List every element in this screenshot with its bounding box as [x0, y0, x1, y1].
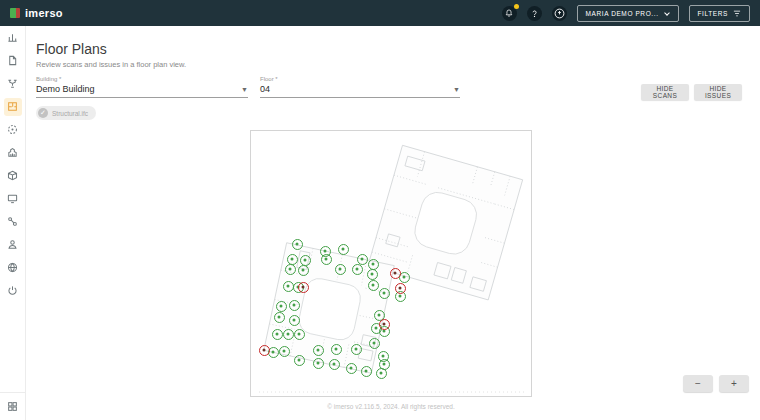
scan-marker[interactable] [313, 345, 324, 356]
filter-icon [733, 10, 741, 17]
scan-marker[interactable] [283, 329, 294, 340]
scan-marker[interactable] [376, 368, 387, 379]
caret-down-icon: ▼ [453, 86, 460, 93]
scan-marker[interactable] [272, 329, 283, 340]
scan-marker[interactable] [298, 265, 309, 276]
building-select-value: Demo Building [36, 84, 95, 94]
imerso-logo[interactable]: imerso [10, 7, 63, 19]
imerso-logo-icon [10, 8, 20, 18]
check-circle-icon: ✓ [38, 108, 48, 118]
scan-marker[interactable] [369, 338, 380, 349]
issue-marker[interactable] [379, 319, 390, 330]
scan-marker[interactable] [357, 254, 368, 265]
floor-select-value: 04 [260, 84, 270, 94]
scan-marker[interactable] [346, 363, 357, 374]
scan-marker[interactable] [331, 344, 342, 355]
filters-button[interactable]: FILTERS [689, 5, 750, 22]
zoom-in-button[interactable]: + [719, 375, 749, 392]
floor-select[interactable]: Floor * 04 ▼ [260, 76, 460, 98]
scan-marker[interactable] [329, 359, 340, 370]
scan-marker[interactable] [351, 344, 362, 355]
user-icon [7, 239, 18, 250]
scan-marker[interactable] [294, 329, 305, 340]
scan-marker[interactable] [368, 259, 379, 270]
zoom-out-button[interactable]: − [683, 375, 713, 392]
floor-plan-canvas[interactable] [250, 130, 532, 397]
scan-360-icon [7, 124, 18, 135]
scan-marker[interactable] [368, 280, 379, 291]
model-chip-label: Structural.ifc [52, 110, 88, 117]
scan-marker[interactable] [283, 281, 294, 292]
floor-plans-page: imerso MARIA DEMO PRO... FILTERS [0, 0, 760, 420]
workflow-icon [7, 216, 18, 227]
project-selector-button[interactable]: MARIA DEMO PRO... [577, 5, 679, 22]
scan-marker[interactable] [335, 264, 346, 275]
document-icon [7, 55, 18, 66]
sidebar-item-documents[interactable] [0, 49, 26, 72]
drone-icon [7, 78, 18, 89]
scan-marker[interactable] [321, 254, 332, 265]
scan-marker[interactable] [292, 239, 303, 250]
scan-marker[interactable] [367, 269, 378, 280]
building-model-icon [7, 147, 18, 158]
scan-marker[interactable] [279, 346, 290, 357]
floor-plan-icon [7, 101, 18, 112]
scan-marker[interactable] [285, 264, 296, 275]
package-icon [7, 170, 18, 181]
sidebar-item-workflow[interactable] [0, 210, 26, 233]
floor-select-label: Floor * [260, 76, 460, 82]
issue-marker[interactable] [390, 268, 401, 279]
scan-marker[interactable] [313, 358, 324, 369]
topbar-actions: MARIA DEMO PRO... FILTERS [502, 5, 751, 22]
issue-marker[interactable] [298, 282, 309, 293]
notifications-icon[interactable] [502, 6, 517, 21]
filters-button-label: FILTERS [698, 10, 728, 17]
scan-marker[interactable] [300, 255, 311, 266]
sidebar-item-globe[interactable] [0, 256, 26, 279]
topbar: imerso MARIA DEMO PRO... FILTERS [0, 0, 760, 26]
page-title: Floor Plans [36, 41, 107, 57]
sidebar-item-scan-360[interactable] [0, 118, 26, 141]
display-icon [7, 193, 18, 204]
scan-marker[interactable] [338, 244, 349, 255]
sidebar-item-apps[interactable] [0, 392, 26, 420]
sidebar-item-display[interactable] [0, 187, 26, 210]
issue-marker[interactable] [395, 283, 406, 294]
sidebar-item-user[interactable] [0, 233, 26, 256]
building-select[interactable]: Building * Demo Building ▼ [36, 76, 248, 98]
scan-marker[interactable] [289, 300, 300, 311]
project-selector-label: MARIA DEMO PRO... [586, 10, 659, 17]
sidebar-item-building-model[interactable] [0, 141, 26, 164]
hide-scans-button[interactable]: HIDE SCANS [641, 84, 689, 100]
model-chip[interactable]: ✓ Structural.ifc [36, 106, 96, 120]
sidebar-item-logout[interactable] [0, 279, 26, 302]
power-icon [7, 285, 18, 296]
scan-marker[interactable] [379, 288, 390, 299]
scan-marker[interactable] [352, 264, 363, 275]
sidebar [0, 26, 26, 420]
sidebar-item-stats[interactable] [0, 26, 26, 49]
sidebar-item-package[interactable] [0, 164, 26, 187]
logo-text: imerso [25, 7, 63, 19]
account-icon[interactable] [552, 6, 567, 21]
copyright-text: © imerso v2.116.5, 2024. All rights rese… [250, 403, 532, 410]
scan-marker[interactable] [274, 312, 285, 323]
scan-marker[interactable] [294, 355, 305, 366]
scan-marker[interactable] [276, 301, 287, 312]
scan-marker[interactable] [361, 366, 372, 377]
sidebar-item-floor-plans[interactable] [0, 95, 26, 118]
hide-issues-button[interactable]: HIDE ISSUES [694, 84, 742, 100]
apps-grid-icon [7, 401, 18, 412]
chevron-down-icon [664, 10, 670, 16]
caret-down-icon: ▼ [241, 86, 248, 93]
globe-icon [7, 262, 18, 273]
building-select-label: Building * [36, 76, 248, 82]
help-icon[interactable] [527, 6, 542, 21]
issue-marker[interactable] [259, 345, 270, 356]
sidebar-item-drone[interactable] [0, 72, 26, 95]
notification-badge [514, 4, 519, 9]
bar-chart-icon [7, 32, 18, 43]
scan-marker[interactable] [287, 254, 298, 265]
page-subtitle: Review scans and issues in a floor plan … [36, 60, 186, 69]
scan-marker[interactable] [289, 315, 300, 326]
